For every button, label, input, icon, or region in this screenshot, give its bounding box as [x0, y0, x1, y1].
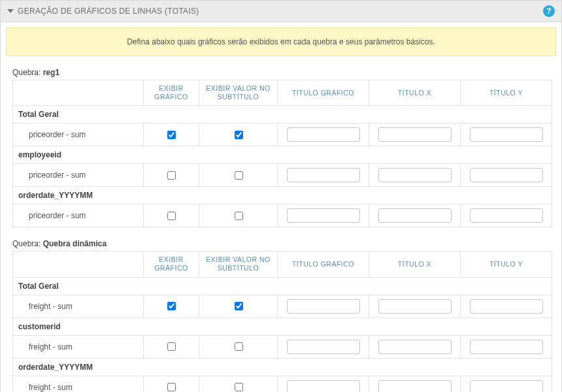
panel-title: GERAÇÃO DE GRÁFICOS DE LINHAS (TOTAIS): [18, 7, 199, 16]
show-subtitle-checkbox[interactable]: [235, 302, 243, 310]
show-subtitle-checkbox[interactable]: [235, 131, 243, 139]
table-row: priceorder - sum: [13, 164, 552, 187]
table-header-row: EXIBIR GRÁFICO EXIBIR VALOR NO SUBTÍTULO…: [13, 80, 552, 106]
chart-title-input[interactable]: [287, 299, 360, 314]
x-title-input[interactable]: [378, 208, 452, 223]
quebra-line: Quebra: reg1: [12, 68, 550, 77]
show-chart-checkbox[interactable]: [167, 302, 176, 310]
col-exibir-valor: EXIBIR VALOR NO SUBTÍTULO: [199, 80, 278, 106]
y-title-input[interactable]: [470, 127, 543, 142]
chart-config-table: EXIBIR GRÁFICO EXIBIR VALOR NO SUBTÍTULO…: [12, 251, 552, 392]
col-titulo-y: TÍTULO Y: [461, 252, 552, 277]
panel-header: GERAÇÃO DE GRÁFICOS DE LINHAS (TOTAIS) ?: [1, 1, 561, 22]
collapse-icon[interactable]: [7, 9, 14, 13]
col-exibir-valor: EXIBIR VALOR NO SUBTÍTULO: [199, 252, 278, 277]
quebra-name: Quebra dinâmica: [43, 239, 107, 248]
field-label: priceorder - sum: [13, 123, 144, 146]
table-row: freight - sum: [13, 376, 552, 392]
col-titulo-x: TÍTULO X: [369, 252, 461, 277]
info-banner: Defina abaixo quais gráficos serão exibi…: [6, 27, 556, 56]
section-title: Total Geral: [13, 277, 552, 295]
chart-title-input[interactable]: [287, 127, 360, 142]
y-title-input[interactable]: [470, 380, 543, 393]
col-titulo-y: TÍTULO Y: [461, 80, 552, 106]
section-row: orderdate_YYYYMM: [13, 358, 552, 376]
section-title: customerid: [13, 318, 552, 335]
section-row: Total Geral: [13, 106, 552, 123]
col-exibir-grafico: EXIBIR GRÁFICO: [144, 80, 199, 106]
y-title-input[interactable]: [470, 168, 543, 182]
col-titulo-grafico: TÍTULO GRÁFICO: [278, 80, 369, 106]
table-row: priceorder - sum: [13, 204, 552, 227]
col-titulo-x: TÍTULO X: [369, 80, 461, 106]
quebra-line: Quebra: Quebra dinâmica: [12, 239, 550, 248]
table-row: freight - sum: [13, 335, 552, 358]
show-chart-checkbox[interactable]: [167, 342, 176, 351]
show-subtitle-checkbox[interactable]: [235, 383, 243, 391]
chart-title-input[interactable]: [287, 340, 360, 354]
col-blank: [13, 80, 144, 106]
section-title: orderdate_YYYYMM: [13, 187, 552, 204]
y-title-input[interactable]: [470, 299, 543, 314]
col-blank: [13, 252, 144, 277]
chart-config-table: EXIBIR GRÁFICO EXIBIR VALOR NO SUBTÍTULO…: [12, 80, 552, 227]
show-subtitle-checkbox[interactable]: [235, 342, 243, 351]
show-chart-checkbox[interactable]: [167, 171, 176, 180]
table-row: freight - sum: [13, 295, 552, 318]
chart-title-input[interactable]: [287, 380, 360, 393]
quebra-label: Quebra:: [12, 68, 41, 77]
table-header-row: EXIBIR GRÁFICO EXIBIR VALOR NO SUBTÍTULO…: [13, 252, 552, 277]
field-label: freight - sum: [13, 335, 144, 358]
y-title-input[interactable]: [470, 208, 543, 223]
quebra-name: reg1: [43, 68, 59, 77]
section-row: orderdate_YYYYMM: [13, 187, 552, 204]
field-label: priceorder - sum: [13, 204, 144, 227]
quebra-block: Quebra: reg1 EXIBIR GRÁFICO EXIBIR VALOR…: [12, 68, 550, 227]
section-title: orderdate_YYYYMM: [13, 358, 552, 376]
quebra-label: Quebra:: [12, 239, 41, 248]
show-chart-checkbox[interactable]: [167, 131, 176, 139]
x-title-input[interactable]: [378, 168, 452, 182]
show-chart-checkbox[interactable]: [167, 383, 176, 391]
table-row: priceorder - sum: [13, 123, 552, 146]
show-subtitle-checkbox[interactable]: [235, 171, 243, 180]
chart-title-input[interactable]: [287, 168, 360, 182]
y-title-input[interactable]: [470, 340, 543, 354]
content-area: Quebra: reg1 EXIBIR GRÁFICO EXIBIR VALOR…: [1, 68, 561, 392]
x-title-input[interactable]: [378, 380, 452, 393]
section-row: customerid: [13, 318, 552, 335]
field-label: priceorder - sum: [13, 164, 144, 187]
chart-title-input[interactable]: [287, 208, 360, 223]
x-title-input[interactable]: [378, 299, 452, 314]
col-titulo-grafico: TÍTULO GRÁFICO: [278, 252, 369, 277]
section-row: Total Geral: [13, 277, 552, 295]
col-exibir-grafico: EXIBIR GRÁFICO: [144, 252, 199, 277]
section-row: employeeid: [13, 146, 552, 164]
x-title-input[interactable]: [378, 127, 452, 142]
section-title: employeeid: [13, 146, 552, 164]
info-banner-text: Defina abaixo quais gráficos serão exibi…: [127, 37, 435, 46]
show-chart-checkbox[interactable]: [167, 212, 176, 220]
section-title: Total Geral: [13, 106, 552, 123]
show-subtitle-checkbox[interactable]: [235, 212, 243, 220]
quebra-block: Quebra: Quebra dinâmica EXIBIR GRÁFICO E…: [12, 239, 550, 392]
field-label: freight - sum: [13, 295, 144, 318]
x-title-input[interactable]: [378, 340, 452, 354]
panel: GERAÇÃO DE GRÁFICOS DE LINHAS (TOTAIS) ?…: [0, 0, 562, 392]
help-icon[interactable]: ?: [543, 5, 555, 17]
field-label: freight - sum: [13, 376, 144, 392]
